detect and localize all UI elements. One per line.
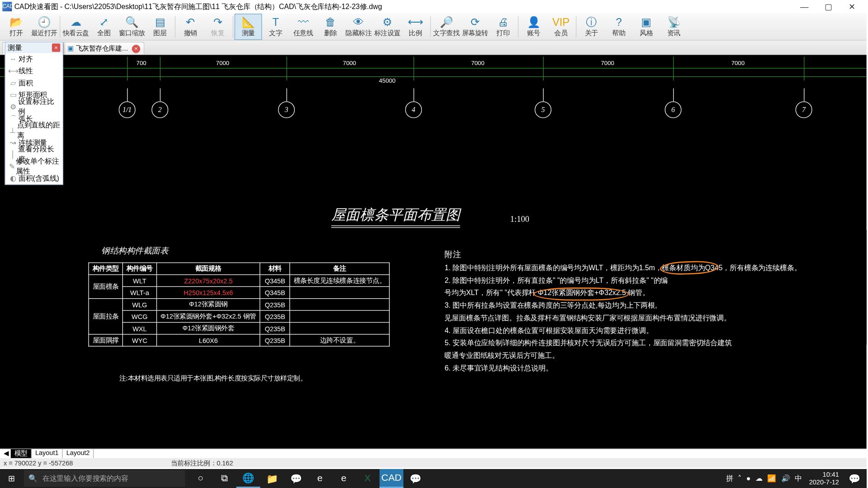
- 恢复-button[interactable]: ↷恢复: [204, 14, 231, 40]
- 会员-button[interactable]: VIP会员: [547, 14, 575, 40]
- search-icon: 🔍: [28, 474, 38, 482]
- edge-icon[interactable]: e: [332, 469, 356, 488]
- axis-bubble: 6: [665, 101, 681, 118]
- statusbar: x = 790022 y = -557268 当前标注比例：0.162: [0, 458, 867, 468]
- notification-icon[interactable]: 💬: [843, 469, 867, 488]
- titlebar: CAD CAD快速看图 - C:\Users\22053\Desktop\11飞…: [0, 0, 867, 13]
- 关于-button[interactable]: ⓘ关于: [578, 14, 605, 40]
- explorer-icon[interactable]: 📁: [260, 469, 284, 488]
- 测量-button[interactable]: 📐测量: [235, 14, 262, 40]
- drawing-title: 屋面檩条平面布置图: [331, 205, 460, 226]
- 打印-button[interactable]: 🖨打印: [489, 14, 517, 40]
- dimension-text: 700: [137, 60, 146, 66]
- axis-bubble: 7: [796, 101, 812, 118]
- measure-线性[interactable]: ⟷线性: [5, 65, 63, 77]
- measure-对齐[interactable]: ↔对齐: [5, 53, 63, 65]
- 隐藏标注-icon: 👁: [353, 15, 364, 28]
- layout-tab-Layout1[interactable]: Layout1: [32, 449, 63, 458]
- search-box[interactable]: 🔍 在这里输入你要搜索的内容: [24, 470, 185, 487]
- note-line: 4. 屋面设在檐口处的檩条位置可根据安装屋面天沟需要进行微调。: [444, 324, 801, 337]
- axis-bubble: 2: [151, 101, 168, 118]
- measure-面积(含弧线)[interactable]: ◐面积(含弧线): [5, 172, 63, 184]
- lang-icon[interactable]: 中: [795, 473, 802, 483]
- minimize-button[interactable]: —: [793, 2, 816, 11]
- 标注设置-icon: ⚙: [382, 15, 392, 28]
- excel-icon[interactable]: X: [356, 469, 380, 488]
- onedrive-icon[interactable]: ☁: [755, 474, 763, 482]
- cad-app-icon[interactable]: CAD: [380, 469, 404, 488]
- 资讯-button[interactable]: 📡资讯: [660, 14, 688, 40]
- 隐藏标注-button[interactable]: 👁隐藏标注: [344, 14, 373, 40]
- 删除-button[interactable]: 🗑删除: [317, 14, 344, 40]
- chevron-up-icon[interactable]: ˄: [738, 474, 741, 482]
- annotation-circle: [533, 287, 629, 300]
- start-button[interactable]: ⊞: [0, 474, 24, 483]
- 标注设置-button[interactable]: ⚙标注设置: [373, 14, 401, 40]
- cortana-icon[interactable]: ○: [189, 469, 212, 488]
- close-icon[interactable]: ×: [132, 44, 140, 52]
- maximize-button[interactable]: ▢: [816, 2, 840, 11]
- ime-icon[interactable]: 拼: [726, 473, 733, 483]
- layout-tab-模型[interactable]: 模型: [11, 449, 32, 458]
- axis-bubble: 5: [535, 101, 552, 118]
- clock[interactable]: 10:41 2020-7-12: [806, 470, 843, 486]
- measure-设置标注比例[interactable]: ⚙设置标注比例: [5, 101, 63, 113]
- 账号-icon: 👤: [527, 15, 540, 28]
- scale-readout: 当前标注比例：0.162: [171, 458, 233, 467]
- wifi-icon[interactable]: 📶: [767, 474, 776, 482]
- 资讯-icon: 📡: [667, 15, 680, 28]
- system-tray[interactable]: 拼 ˄ ● ☁ 📶 🔊 中: [722, 473, 806, 483]
- 关于-icon: ⓘ: [586, 15, 597, 28]
- 比例-icon: ⟷: [408, 15, 423, 28]
- wechat-icon[interactable]: 💬: [403, 469, 427, 488]
- ie-icon[interactable]: e: [308, 469, 332, 488]
- dimension-text: 7000: [731, 60, 745, 66]
- 文字-button[interactable]: T文字: [262, 14, 289, 40]
- coords: x = 790022 y = -557268: [4, 459, 171, 466]
- 帮助-button[interactable]: ?帮助: [605, 14, 632, 40]
- 图层-icon: ▤: [155, 15, 165, 28]
- drawing-scale: 1:100: [510, 215, 529, 224]
- dropdown-header: 测量 ×: [5, 42, 63, 53]
- 图层-button[interactable]: ▤图层: [146, 14, 174, 40]
- quickassist-icon[interactable]: 💬: [284, 469, 308, 488]
- 打开-button[interactable]: 📂打开: [2, 14, 30, 40]
- 任意线-button[interactable]: 〰任意线: [289, 14, 317, 40]
- wechat-tray-icon[interactable]: ●: [746, 474, 751, 482]
- 文字查找-button[interactable]: 🔎文字查找: [432, 14, 461, 40]
- close-button[interactable]: ✕: [840, 2, 864, 11]
- 比例-button[interactable]: ⟷比例: [401, 14, 429, 40]
- note-line: 5. 安装单位应绘制详细的构件连接图并核对尺寸无误后方可施工，屋面留洞需密切结合…: [444, 337, 801, 350]
- 窗口缩放-button[interactable]: 🔍窗口缩放: [118, 14, 146, 40]
- 最近打开-button[interactable]: 🕘最近打开: [30, 14, 58, 40]
- 文字-icon: T: [273, 15, 279, 28]
- measure-面积[interactable]: ▱面积: [5, 77, 63, 89]
- 风格-button[interactable]: ▣风格: [632, 14, 660, 40]
- spec-table-title: 钢结构构件截面表: [101, 246, 168, 257]
- 账号-button[interactable]: 👤账号: [520, 14, 547, 40]
- 撤销-icon: ↶: [186, 15, 195, 28]
- measure-点到直线的距离[interactable]: ⊥点到直线的距离: [5, 125, 63, 136]
- drawing-canvas[interactable]: 屋面檩条平面布置图 1:100 钢结构构件截面表 构件类型构件编号截面规格材料备…: [0, 55, 867, 448]
- 帮助-icon: ?: [616, 15, 622, 28]
- taskview-icon[interactable]: ⧉: [212, 469, 236, 488]
- 全图-button[interactable]: ⤢全图: [90, 14, 118, 40]
- close-icon[interactable]: ×: [52, 43, 60, 52]
- measure-修改单个标注属性[interactable]: ✎修改单个标注属性: [5, 160, 63, 172]
- search-placeholder: 在这里输入你要搜索的内容: [42, 473, 128, 483]
- cad-icon: ▣: [67, 45, 73, 52]
- 快看云盘-button[interactable]: ☁快看云盘: [61, 14, 90, 40]
- toolbar: 📂打开🕘最近打开☁快看云盘⤢全图🔍窗口缩放▤图层↶撤销↷恢复📐测量T文字〰任意线…: [0, 13, 867, 41]
- notes-title: 附注: [444, 248, 801, 261]
- 快看云盘-icon: ☁: [71, 15, 81, 28]
- 打开-icon: 📂: [9, 15, 23, 28]
- chrome-icon[interactable]: 🌐: [236, 469, 260, 488]
- volume-icon[interactable]: 🔊: [781, 474, 790, 482]
- 删除-icon: 🗑: [325, 15, 336, 28]
- document-tab[interactable]: ▣ 飞灰暂存仓库建… ×: [63, 42, 145, 55]
- layout-tab-Layout2[interactable]: Layout2: [63, 449, 94, 458]
- 会员-icon: VIP: [552, 15, 570, 28]
- 撤销-button[interactable]: ↶撤销: [177, 14, 204, 40]
- 屏幕旋转-button[interactable]: ⟳屏幕旋转: [461, 14, 489, 40]
- app-icon: CAD: [2, 2, 12, 11]
